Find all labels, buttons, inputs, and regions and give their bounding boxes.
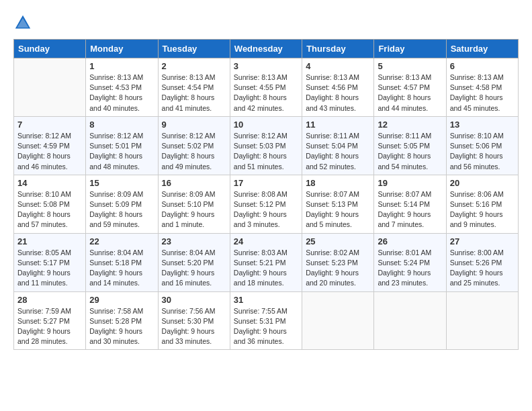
day-number: 31	[234, 295, 298, 305]
calendar-cell: 10Sunrise: 8:12 AM Sunset: 5:03 PM Dayli…	[230, 116, 302, 175]
calendar-cell: 1Sunrise: 8:13 AM Sunset: 4:53 PM Daylig…	[86, 58, 158, 117]
day-info: Sunrise: 8:08 AM Sunset: 5:12 PM Dayligh…	[234, 189, 298, 230]
day-number: 5	[378, 61, 442, 71]
day-number: 13	[450, 120, 515, 130]
calendar-cell: 27Sunrise: 8:00 AM Sunset: 5:26 PM Dayli…	[446, 233, 518, 291]
week-row-5: 28Sunrise: 7:59 AM Sunset: 5:27 PM Dayli…	[14, 291, 519, 350]
calendar-body: 1Sunrise: 8:13 AM Sunset: 4:53 PM Daylig…	[14, 58, 519, 350]
day-number: 19	[378, 178, 442, 188]
calendar-header: SundayMondayTuesdayWednesdayThursdayFrid…	[14, 40, 519, 58]
logo-icon	[13, 13, 32, 32]
calendar-cell: 5Sunrise: 8:13 AM Sunset: 4:57 PM Daylig…	[374, 58, 446, 117]
day-info: Sunrise: 8:13 AM Sunset: 4:58 PM Dayligh…	[450, 73, 515, 113]
day-number: 18	[306, 178, 370, 188]
day-number: 24	[234, 236, 298, 246]
weekday-header-monday: Monday	[86, 40, 158, 58]
day-number: 10	[234, 120, 298, 130]
day-number: 16	[162, 178, 226, 188]
calendar-cell: 6Sunrise: 8:13 AM Sunset: 4:58 PM Daylig…	[446, 58, 518, 117]
day-info: Sunrise: 8:11 AM Sunset: 5:05 PM Dayligh…	[378, 131, 442, 172]
day-info: Sunrise: 8:09 AM Sunset: 5:09 PM Dayligh…	[89, 189, 154, 230]
day-info: Sunrise: 8:13 AM Sunset: 4:56 PM Dayligh…	[306, 73, 370, 113]
calendar-cell: 17Sunrise: 8:08 AM Sunset: 5:12 PM Dayli…	[230, 175, 302, 233]
day-number: 27	[450, 236, 515, 246]
calendar-cell: 16Sunrise: 8:09 AM Sunset: 5:10 PM Dayli…	[158, 175, 230, 233]
day-info: Sunrise: 8:09 AM Sunset: 5:10 PM Dayligh…	[162, 189, 226, 230]
calendar-cell: 24Sunrise: 8:03 AM Sunset: 5:21 PM Dayli…	[230, 233, 302, 291]
day-number: 8	[89, 120, 154, 130]
day-number: 2	[162, 61, 226, 71]
day-info: Sunrise: 8:12 AM Sunset: 5:02 PM Dayligh…	[162, 131, 226, 172]
day-number: 20	[450, 178, 515, 188]
weekday-header-thursday: Thursday	[302, 40, 374, 58]
calendar-cell: 8Sunrise: 8:12 AM Sunset: 5:01 PM Daylig…	[86, 116, 158, 175]
day-info: Sunrise: 8:10 AM Sunset: 5:06 PM Dayligh…	[450, 131, 515, 172]
calendar-cell: 20Sunrise: 8:06 AM Sunset: 5:16 PM Dayli…	[446, 175, 518, 233]
calendar-cell: 23Sunrise: 8:04 AM Sunset: 5:20 PM Dayli…	[158, 233, 230, 291]
day-number: 23	[162, 236, 226, 246]
day-number: 11	[306, 120, 370, 130]
weekday-header-tuesday: Tuesday	[158, 40, 230, 58]
day-info: Sunrise: 7:59 AM Sunset: 5:27 PM Dayligh…	[17, 306, 82, 347]
weekday-header-sunday: Sunday	[14, 40, 86, 58]
calendar-cell: 13Sunrise: 8:10 AM Sunset: 5:06 PM Dayli…	[446, 116, 518, 175]
calendar-cell: 29Sunrise: 7:58 AM Sunset: 5:28 PM Dayli…	[86, 291, 158, 350]
day-info: Sunrise: 8:04 AM Sunset: 5:20 PM Dayligh…	[162, 248, 226, 289]
day-info: Sunrise: 8:02 AM Sunset: 5:23 PM Dayligh…	[306, 248, 370, 289]
day-number: 22	[89, 236, 154, 246]
day-info: Sunrise: 8:13 AM Sunset: 4:53 PM Dayligh…	[89, 73, 154, 113]
calendar-cell: 14Sunrise: 8:10 AM Sunset: 5:08 PM Dayli…	[14, 175, 86, 233]
day-info: Sunrise: 8:00 AM Sunset: 5:26 PM Dayligh…	[450, 248, 515, 289]
day-info: Sunrise: 8:12 AM Sunset: 5:03 PM Dayligh…	[234, 131, 298, 172]
weekday-header-row: SundayMondayTuesdayWednesdayThursdayFrid…	[14, 40, 519, 58]
weekday-header-friday: Friday	[374, 40, 446, 58]
calendar-cell: 4Sunrise: 8:13 AM Sunset: 4:56 PM Daylig…	[302, 58, 374, 117]
day-number: 14	[17, 178, 82, 188]
day-number: 1	[89, 61, 154, 71]
day-info: Sunrise: 8:12 AM Sunset: 5:01 PM Dayligh…	[89, 131, 154, 172]
day-info: Sunrise: 8:06 AM Sunset: 5:16 PM Dayligh…	[450, 189, 515, 230]
day-info: Sunrise: 8:07 AM Sunset: 5:14 PM Dayligh…	[378, 189, 442, 230]
day-number: 15	[89, 178, 154, 188]
calendar-cell: 11Sunrise: 8:11 AM Sunset: 5:04 PM Dayli…	[302, 116, 374, 175]
calendar-cell: 18Sunrise: 8:07 AM Sunset: 5:13 PM Dayli…	[302, 175, 374, 233]
day-info: Sunrise: 8:05 AM Sunset: 5:17 PM Dayligh…	[17, 248, 82, 289]
calendar-cell: 28Sunrise: 7:59 AM Sunset: 5:27 PM Dayli…	[14, 291, 86, 350]
day-info: Sunrise: 7:58 AM Sunset: 5:28 PM Dayligh…	[89, 306, 154, 347]
day-info: Sunrise: 8:13 AM Sunset: 4:54 PM Dayligh…	[162, 73, 226, 113]
calendar-cell	[374, 291, 446, 350]
calendar-cell: 15Sunrise: 8:09 AM Sunset: 5:09 PM Dayli…	[86, 175, 158, 233]
week-row-3: 14Sunrise: 8:10 AM Sunset: 5:08 PM Dayli…	[14, 175, 519, 233]
calendar-cell: 25Sunrise: 8:02 AM Sunset: 5:23 PM Dayli…	[302, 233, 374, 291]
day-number: 30	[162, 295, 226, 305]
week-row-1: 1Sunrise: 8:13 AM Sunset: 4:53 PM Daylig…	[14, 58, 519, 117]
day-info: Sunrise: 8:11 AM Sunset: 5:04 PM Dayligh…	[306, 131, 370, 172]
page-header	[13, 13, 519, 32]
calendar-cell: 31Sunrise: 7:55 AM Sunset: 5:31 PM Dayli…	[230, 291, 302, 350]
calendar-table: SundayMondayTuesdayWednesdayThursdayFrid…	[13, 39, 519, 350]
calendar-cell: 19Sunrise: 8:07 AM Sunset: 5:14 PM Dayli…	[374, 175, 446, 233]
calendar-cell: 12Sunrise: 8:11 AM Sunset: 5:05 PM Dayli…	[374, 116, 446, 175]
calendar-cell	[446, 291, 518, 350]
day-info: Sunrise: 8:13 AM Sunset: 4:55 PM Dayligh…	[234, 73, 298, 113]
calendar-cell: 21Sunrise: 8:05 AM Sunset: 5:17 PM Dayli…	[14, 233, 86, 291]
day-number: 17	[234, 178, 298, 188]
day-info: Sunrise: 8:04 AM Sunset: 5:18 PM Dayligh…	[89, 248, 154, 289]
calendar-cell: 7Sunrise: 8:12 AM Sunset: 4:59 PM Daylig…	[14, 116, 86, 175]
day-number: 7	[17, 120, 82, 130]
day-number: 29	[89, 295, 154, 305]
day-info: Sunrise: 8:13 AM Sunset: 4:57 PM Dayligh…	[378, 73, 442, 113]
calendar-cell: 26Sunrise: 8:01 AM Sunset: 5:24 PM Dayli…	[374, 233, 446, 291]
week-row-2: 7Sunrise: 8:12 AM Sunset: 4:59 PM Daylig…	[14, 116, 519, 175]
day-info: Sunrise: 8:01 AM Sunset: 5:24 PM Dayligh…	[378, 248, 442, 289]
day-number: 9	[162, 120, 226, 130]
day-info: Sunrise: 7:56 AM Sunset: 5:30 PM Dayligh…	[162, 306, 226, 347]
weekday-header-saturday: Saturday	[446, 40, 518, 58]
logo	[13, 13, 35, 32]
day-info: Sunrise: 7:55 AM Sunset: 5:31 PM Dayligh…	[234, 306, 298, 347]
calendar-cell: 2Sunrise: 8:13 AM Sunset: 4:54 PM Daylig…	[158, 58, 230, 117]
day-info: Sunrise: 8:07 AM Sunset: 5:13 PM Dayligh…	[306, 189, 370, 230]
week-row-4: 21Sunrise: 8:05 AM Sunset: 5:17 PM Dayli…	[14, 233, 519, 291]
weekday-header-wednesday: Wednesday	[230, 40, 302, 58]
calendar-cell	[14, 58, 86, 117]
